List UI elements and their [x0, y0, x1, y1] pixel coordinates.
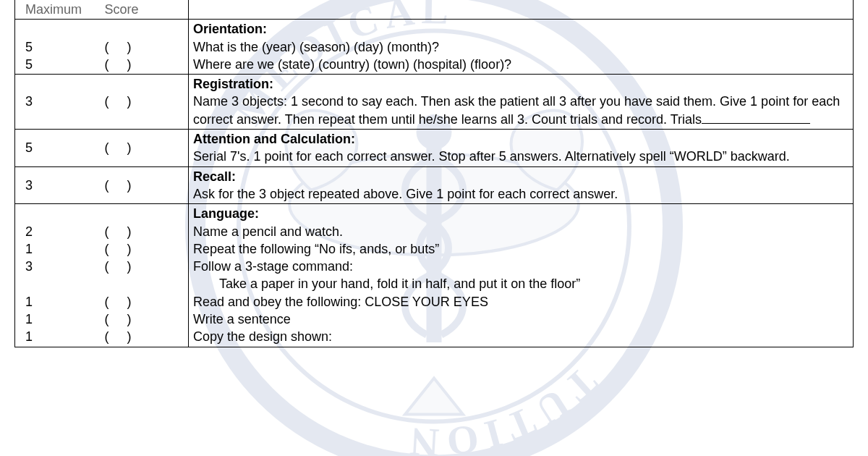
- max-score-value: 5: [25, 139, 98, 156]
- max-score-value: 3: [25, 177, 98, 194]
- task-description: Name a pencil and watch.: [193, 223, 848, 240]
- task-description: Where are we (state) (country) (town) (h…: [193, 56, 848, 73]
- max-score-cell: 5: [15, 130, 102, 167]
- task-subdescription: Take a paper in your hand, fold it in ha…: [193, 275, 848, 292]
- section-row: 3( )Recall:Ask for the 3 object repeated…: [15, 166, 854, 204]
- description-cell: Registration:Name 3 objects: 1 second to…: [189, 75, 854, 130]
- description-cell: Recall:Ask for the 3 object repeated abo…: [189, 166, 854, 204]
- score-parentheses[interactable]: ( ): [105, 139, 184, 156]
- max-score-cell: 213 111: [15, 204, 102, 347]
- task-description: Repeat the following “No ifs, ands, or b…: [193, 240, 848, 258]
- score-blank-cell: ( )( ): [102, 20, 189, 75]
- max-score-cell: 3: [15, 75, 102, 130]
- section-title: Language:: [193, 205, 848, 222]
- task-description: Serial 7's. 1 point for each correct ans…: [193, 148, 848, 165]
- section-title: Recall:: [193, 168, 848, 185]
- max-score-value: 1: [25, 293, 98, 311]
- score-parentheses[interactable]: ( ): [105, 93, 184, 110]
- max-score-value: 3: [25, 93, 98, 110]
- score-parentheses[interactable]: ( ): [105, 177, 184, 194]
- score-parentheses[interactable]: ( ): [105, 258, 184, 275]
- mmse-table-wrap: MaximumScore 55 ( )( )Orientation:What i…: [0, 0, 868, 347]
- max-score-cell: 55: [15, 20, 102, 75]
- score-parentheses[interactable]: ( ): [105, 311, 184, 328]
- task-description: Copy the design shown:: [193, 328, 848, 345]
- max-score-value: 5: [25, 38, 98, 56]
- header-maximum: Maximum: [15, 0, 102, 20]
- section-row: 55 ( )( )Orientation:What is the (year) …: [15, 20, 854, 75]
- max-score-value: 1: [25, 311, 98, 328]
- max-score-cell: 3: [15, 166, 102, 204]
- section-title: Orientation:: [193, 20, 848, 38]
- section-row: 213 111 ( )( )( ) ( )( )( )Language:Name…: [15, 204, 854, 347]
- section-row: 5( )Attention and Calculation:Serial 7's…: [15, 130, 854, 167]
- score-parentheses[interactable]: ( ): [105, 38, 184, 56]
- description-cell: Orientation:What is the (year) (season) …: [189, 20, 854, 75]
- task-description: Read and obey the following: CLOSE YOUR …: [193, 293, 848, 311]
- max-score-value: 1: [25, 328, 98, 345]
- description-cell: Language:Name a pencil and watch.Repeat …: [189, 204, 854, 347]
- score-blank-cell: ( ): [102, 166, 189, 204]
- task-description: Write a sentence: [193, 311, 848, 328]
- task-description: Name 3 objects: 1 second to say each. Th…: [193, 93, 848, 128]
- score-parentheses[interactable]: ( ): [105, 293, 184, 311]
- task-description: Ask for the 3 object repeated above. Giv…: [193, 185, 848, 203]
- max-score-value: 3: [25, 258, 98, 275]
- trials-blank-line[interactable]: [702, 111, 810, 124]
- task-description: What is the (year) (season) (day) (month…: [193, 38, 848, 56]
- score-blank-cell: ( )( )( ) ( )( )( ): [102, 204, 189, 347]
- header-row-fragment: MaximumScore: [15, 0, 854, 20]
- description-cell: Attention and Calculation:Serial 7's. 1 …: [189, 130, 854, 167]
- score-blank-cell: ( ): [102, 130, 189, 167]
- mmse-table: MaximumScore 55 ( )( )Orientation:What i…: [14, 0, 854, 347]
- score-parentheses[interactable]: ( ): [105, 328, 184, 345]
- section-title: Registration:: [193, 75, 848, 93]
- score-parentheses[interactable]: ( ): [105, 240, 184, 258]
- score-parentheses[interactable]: ( ): [105, 56, 184, 73]
- task-description: Follow a 3-stage command:: [193, 258, 848, 275]
- max-score-value: 5: [25, 56, 98, 73]
- score-blank-cell: ( ): [102, 75, 189, 130]
- score-parentheses[interactable]: ( ): [105, 223, 184, 240]
- header-score: Score: [102, 0, 189, 20]
- svg-text:TUTION: TUTION: [403, 359, 606, 456]
- header-desc-blank: [189, 0, 854, 20]
- svg-marker-7: [405, 379, 463, 415]
- section-row: 3( )Registration:Name 3 objects: 1 secon…: [15, 75, 854, 130]
- section-title: Attention and Calculation:: [193, 130, 848, 148]
- max-score-value: 2: [25, 223, 98, 240]
- max-score-value: 1: [25, 240, 98, 258]
